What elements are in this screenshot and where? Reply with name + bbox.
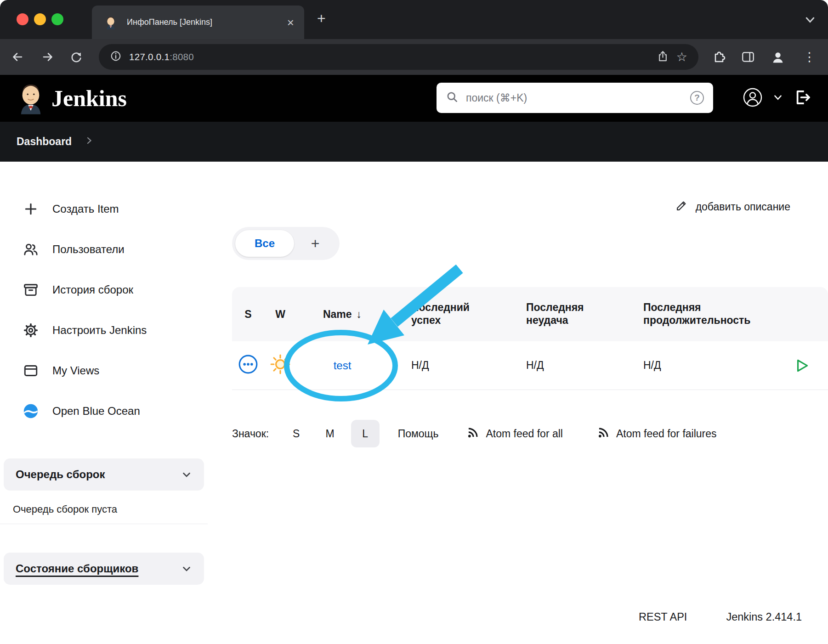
column-header-status[interactable]: S xyxy=(244,308,251,321)
view-tab-all[interactable]: Все xyxy=(235,230,294,257)
column-header-last-success[interactable]: Последний успех xyxy=(388,301,503,327)
icon-size-large-label: L xyxy=(362,428,368,440)
sidebar-item-label: История сборок xyxy=(52,283,133,296)
breadcrumb-chevron-icon[interactable] xyxy=(85,136,94,147)
views-icon xyxy=(22,362,40,379)
add-description-label: добавить описание xyxy=(696,201,790,213)
column-header-last-failure[interactable]: Последняя неудача xyxy=(503,301,618,327)
people-icon xyxy=(22,241,40,258)
pencil-icon xyxy=(675,199,688,215)
tab-title: ИнфоПанель [Jenkins] xyxy=(127,17,280,27)
page-content: Создать Item Пользователи xyxy=(0,162,828,644)
sidebar-item-people[interactable]: Пользователи xyxy=(0,229,208,270)
legend-help-link[interactable]: Помощь xyxy=(398,428,439,440)
search-help-icon[interactable]: ? xyxy=(690,91,704,105)
last-duration-label: Последняя продолжительность xyxy=(643,301,770,327)
browser-menu-kebab-icon[interactable]: ⋮ xyxy=(803,39,816,75)
sidebar-item-my-views[interactable]: My Views xyxy=(0,350,208,391)
icon-legend: Значок: S M L Помощь Atom feed for a xyxy=(232,419,828,448)
jenkins-version-link[interactable]: Jenkins 2.414.1 xyxy=(726,611,802,623)
page-footer: REST API Jenkins 2.414.1 xyxy=(639,611,802,623)
tab-search-chevron-icon[interactable] xyxy=(804,14,816,28)
job-link-test[interactable]: test xyxy=(334,359,352,372)
side-panel-icon[interactable] xyxy=(741,39,755,75)
name-header-label: Name xyxy=(323,308,352,321)
dashboard-main: добавить описание Все + S W Name ↓ После… xyxy=(208,162,828,644)
url-host: 127.0.0.1 xyxy=(129,51,170,62)
site-info-icon[interactable] xyxy=(110,50,122,64)
sidebar-item-label: Создать Item xyxy=(52,203,119,215)
reload-button[interactable] xyxy=(70,51,83,65)
build-queue-panel-header[interactable]: Очередь сборок xyxy=(4,458,204,491)
blue-ocean-icon xyxy=(22,403,40,419)
tab-strip: ИнфоПанель [Jenkins] × + xyxy=(0,0,828,39)
jenkins-brand-title[interactable]: Jenkins xyxy=(51,85,127,112)
sidebar-item-manage-jenkins[interactable]: Настроить Jenkins xyxy=(0,310,208,350)
gear-icon xyxy=(22,322,40,339)
url-text: 127.0.0.1:8080 xyxy=(129,51,194,62)
bookmark-star-icon[interactable]: ☆ xyxy=(676,50,687,64)
extensions-puzzle-icon[interactable] xyxy=(712,39,726,75)
table-row: test Н/Д Н/Д Н/Д xyxy=(232,341,828,390)
sort-down-icon: ↓ xyxy=(357,308,362,321)
sidebar-item-new-item[interactable]: Создать Item xyxy=(0,189,208,229)
executors-title: Состояние сборщиков xyxy=(16,562,138,575)
atom-feed-failures-link[interactable]: Atom feed for failures xyxy=(597,426,717,441)
atom-feed-all-link[interactable]: Atom feed for all xyxy=(467,426,562,441)
atom-feed-failures-label: Atom feed for failures xyxy=(616,428,717,440)
job-table: S W Name ↓ Последний успех Последняя неу… xyxy=(232,287,828,390)
column-header-name[interactable]: Name ↓ xyxy=(323,308,362,321)
build-status-icon[interactable] xyxy=(238,354,259,378)
last-duration-value: Н/Д xyxy=(618,359,765,372)
rss-icon xyxy=(467,426,479,441)
sidebar: Создать Item Пользователи xyxy=(0,162,208,644)
plus-icon xyxy=(22,202,40,216)
add-description-button[interactable]: добавить описание xyxy=(232,195,828,218)
rest-api-link[interactable]: REST API xyxy=(639,611,687,623)
browser-tab[interactable]: ИнфоПанель [Jenkins] × xyxy=(92,6,304,39)
new-view-button[interactable]: + xyxy=(294,235,336,252)
jenkins-logo[interactable] xyxy=(17,81,45,117)
traffic-light-close[interactable] xyxy=(17,13,28,25)
sidebar-divider xyxy=(0,524,208,524)
share-icon[interactable] xyxy=(657,50,669,64)
icon-size-medium[interactable]: M xyxy=(325,428,334,440)
user-menu-chevron-icon[interactable] xyxy=(773,92,783,104)
tab-close-icon[interactable]: × xyxy=(287,17,294,28)
icon-size-small[interactable]: S xyxy=(293,428,300,440)
sidebar-item-label: Пользователи xyxy=(52,243,125,256)
browser-profile-avatar[interactable] xyxy=(770,39,786,75)
global-search-box[interactable]: ? xyxy=(437,83,713,113)
weather-sun-icon[interactable] xyxy=(270,354,291,378)
column-header-weather[interactable]: W xyxy=(275,308,285,321)
breadcrumb-dashboard[interactable]: Dashboard xyxy=(17,136,72,148)
sidebar-item-label: My Views xyxy=(52,364,99,377)
sidebar-item-build-history[interactable]: История сборок xyxy=(0,270,208,310)
job-name[interactable]: test xyxy=(334,359,352,372)
chevron-down-icon xyxy=(181,563,192,574)
logout-icon[interactable] xyxy=(793,88,812,109)
address-bar[interactable]: 127.0.0.1:8080 ☆ xyxy=(99,44,698,70)
view-tabs: Все + xyxy=(232,227,340,260)
sidebar-item-label: Open Blue Ocean xyxy=(52,405,140,418)
url-port: :8080 xyxy=(170,51,194,62)
browser-toolbar: 127.0.0.1:8080 ☆ xyxy=(0,39,828,75)
build-queue-title: Очередь сборок xyxy=(16,468,105,481)
traffic-light-zoom[interactable] xyxy=(51,13,63,25)
sidebar-item-label: Настроить Jenkins xyxy=(52,324,147,337)
run-build-play-icon[interactable] xyxy=(793,357,811,374)
atom-feed-all-label: Atom feed for all xyxy=(486,428,562,440)
forward-button[interactable] xyxy=(41,51,54,65)
legend-label: Значок: xyxy=(232,428,269,440)
traffic-light-minimize[interactable] xyxy=(34,13,46,25)
icon-size-large-active[interactable]: L xyxy=(351,420,380,447)
new-tab-button[interactable]: + xyxy=(317,10,326,27)
sidebar-item-open-blue-ocean[interactable]: Open Blue Ocean xyxy=(0,391,208,431)
search-input[interactable] xyxy=(465,91,684,105)
user-account-icon[interactable] xyxy=(743,87,763,109)
build-queue-empty-text: Очередь сборок пуста xyxy=(0,500,208,519)
executors-panel-header[interactable]: Состояние сборщиков xyxy=(4,553,204,585)
column-header-last-duration[interactable]: Последняя продолжительность xyxy=(618,301,765,327)
back-button[interactable] xyxy=(11,51,24,65)
last-success-value: Н/Д xyxy=(388,359,503,372)
